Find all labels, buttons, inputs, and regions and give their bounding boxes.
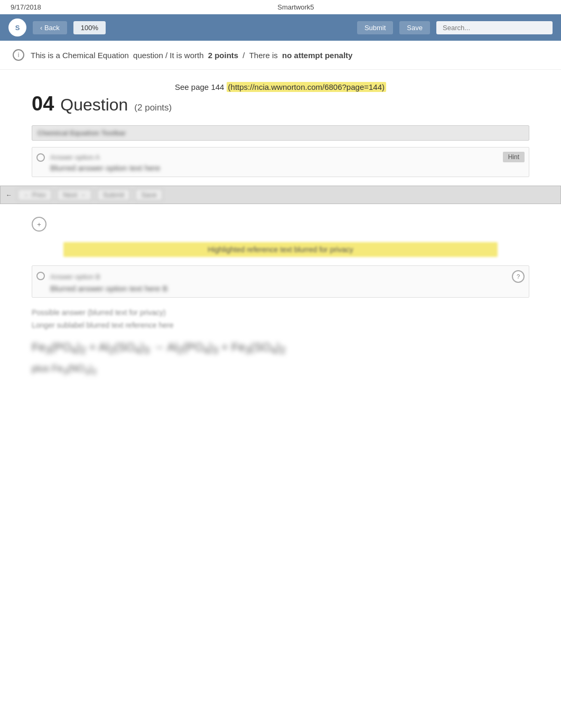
info-icon: i xyxy=(13,49,24,61)
date-label: 9/17/2018 xyxy=(11,3,41,11)
save-nav-button[interactable]: Save xyxy=(135,189,163,201)
toolbar-label: Chemical Equation Toolbar xyxy=(38,129,126,137)
answer-content-a: Answer option A Hint Blurred answer opti… xyxy=(50,152,525,172)
highlight-bar: Highlighted reference text blurred for p… xyxy=(63,242,498,257)
separator: / xyxy=(240,51,247,60)
nav-header: S ‹ Back 100% Submit Save xyxy=(0,14,561,41)
answer-radio-a[interactable] xyxy=(36,153,45,162)
formula-label: Possible answer (blurred text for privac… xyxy=(32,308,529,317)
answer-label-a: Answer option A xyxy=(50,153,100,161)
next-button[interactable]: Next → xyxy=(57,189,91,201)
question-info-bar: i This is a Chemical Equation question /… xyxy=(0,41,561,70)
formula-display: Fe3(PO4)2 + Al2(SO4)3 → Al2(PO4)3 + Fe3(… xyxy=(32,338,529,377)
question-points-label: (2 points) xyxy=(134,103,172,113)
app-name: Smartwork5 xyxy=(277,3,314,11)
page-ref-highlight: (https://ncia.wwnorton.com/6806?page=144… xyxy=(227,82,386,92)
answer-option-b: Answer option B ? Blurred answer option … xyxy=(32,265,529,298)
sub-toolbar-nav: ← xyxy=(6,191,12,199)
question-number: 04 xyxy=(32,94,54,114)
question-header: 04 Question (2 points) xyxy=(0,94,561,119)
nav-logo: S xyxy=(8,19,26,36)
save-button[interactable]: Save xyxy=(399,21,430,34)
question-label: question / It is worth xyxy=(131,51,206,60)
page-reference: See page 144 (https://ncia.wwnorton.com/… xyxy=(0,82,561,91)
answer-text-a: Blurred answer option text here xyxy=(50,163,525,172)
question-type: This is a Chemical Equation xyxy=(31,51,129,60)
zoom-button[interactable]: 100% xyxy=(73,21,106,34)
add-circle-button[interactable]: + xyxy=(32,217,46,232)
sub-toolbar: ← ← Prev Next → Submit Save xyxy=(0,186,561,204)
top-bar: 9/17/2018 Smartwork5 xyxy=(0,0,561,14)
answer-text-b: Blurred answer option text here B xyxy=(50,284,525,293)
answer-side-circle-b[interactable]: ? xyxy=(512,270,525,283)
submit-button[interactable]: Submit xyxy=(357,21,393,34)
prev-button[interactable]: ← Prev xyxy=(17,189,52,201)
formula-sublabel: Longer sublabel blurred text reference h… xyxy=(32,321,529,329)
question-title: Question xyxy=(60,95,128,115)
search-input[interactable] xyxy=(436,21,553,34)
question-points: 2 points xyxy=(208,51,239,60)
answer-radio-b[interactable] xyxy=(36,272,45,280)
equation-toolbar: Chemical Equation Toolbar xyxy=(32,125,529,141)
back-button[interactable]: ‹ Back xyxy=(33,21,67,34)
sub-toolbar-area: ← ← Prev Next → Submit Save + xyxy=(0,186,561,236)
answer-content-b: Answer option B ? Blurred answer option … xyxy=(50,270,525,293)
formula-section: Possible answer (blurred text for privac… xyxy=(32,308,529,377)
penalty-label: There is xyxy=(249,51,278,60)
page-ref-text: See page 144 (https://ncia.wwnorton.com/… xyxy=(175,82,386,92)
submit-nav-button[interactable]: Submit xyxy=(97,189,130,201)
answer-label-b: Answer option B xyxy=(50,273,100,281)
penalty-value: no attempt penalty xyxy=(280,51,353,60)
hint-button-a[interactable]: Hint xyxy=(503,152,525,162)
answer-option-a: Answer option A Hint Blurred answer opti… xyxy=(32,147,529,177)
highlight-bar-text: Highlighted reference text blurred for p… xyxy=(208,245,353,254)
